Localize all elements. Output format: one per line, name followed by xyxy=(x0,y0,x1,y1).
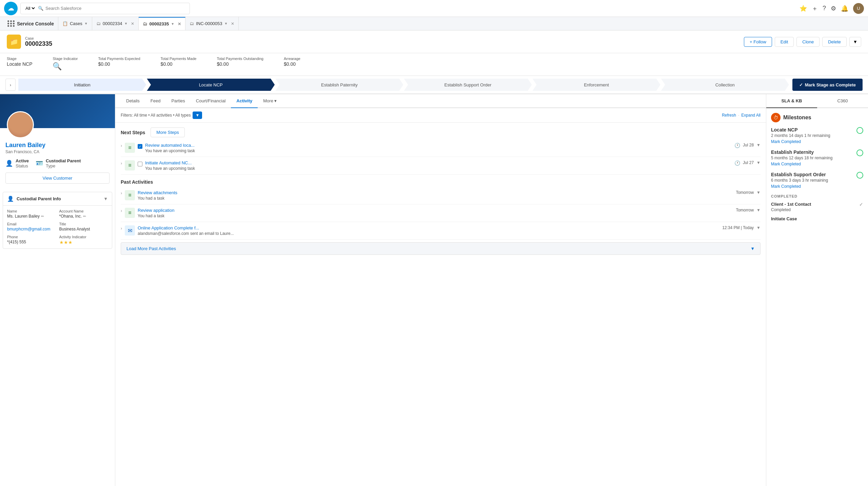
expand-icon-1[interactable]: › xyxy=(121,160,122,166)
case2335-tab-close-icon[interactable]: ✕ xyxy=(178,22,181,26)
chevron-icon-0[interactable]: ▼ xyxy=(756,143,761,147)
clone-button[interactable]: Clone xyxy=(796,37,820,47)
header-more-dropdown[interactable]: ▼ xyxy=(849,37,861,47)
follow-button[interactable]: + Follow xyxy=(744,37,772,47)
salesforce-logo[interactable]: ☁ xyxy=(4,2,18,15)
tab-case2334[interactable]: 🗂 00002334 ▼ ✕ xyxy=(92,17,139,30)
milestone-time-2: 6 months 3 days 3 hr remaining xyxy=(771,178,856,183)
milestone-time-0: 2 months 14 days 1 hr remaining xyxy=(771,133,856,138)
case2334-tab-dropdown-icon[interactable]: ▼ xyxy=(124,22,128,25)
email-value[interactable]: bmurphcrm@gmail.com xyxy=(7,227,56,231)
tab-feed[interactable]: Feed xyxy=(145,94,166,108)
past-activity-title-2[interactable]: Online Application Complete f... xyxy=(138,225,719,230)
path-step-enforcement[interactable]: Enforcement xyxy=(533,79,660,91)
expand-all-link[interactable]: Expand All xyxy=(741,113,761,118)
milestone-time-1: 5 months 12 days 18 hr remaining xyxy=(771,156,856,160)
path-step-establish-paternity[interactable]: Establish Paternity xyxy=(275,79,403,91)
right-tab-c360[interactable]: C360 xyxy=(817,94,868,108)
task-checkbox-1[interactable] xyxy=(138,162,142,166)
past-expand-icon-0[interactable]: › xyxy=(121,190,122,196)
view-customer-button[interactable]: View Customer xyxy=(5,173,110,184)
past-expand-icon-1[interactable]: › xyxy=(121,208,122,213)
chevron-icon-1[interactable]: ▼ xyxy=(756,160,761,165)
contact-name[interactable]: Lauren Bailey xyxy=(5,142,110,149)
milestones-icon: ⏱ xyxy=(771,113,781,122)
favorites-icon[interactable]: ⭐ xyxy=(800,5,807,12)
milestone-action-0[interactable]: Mark Completed xyxy=(771,139,856,144)
left-panel: Lauren Bailey San Francisco, CA 👤 Active… xyxy=(0,94,115,486)
path-step-initiation[interactable]: Initiation xyxy=(18,79,146,91)
mark-complete-button[interactable]: ✓ Mark Stage as Complete xyxy=(792,79,863,91)
case2335-tab-dropdown-icon[interactable]: ▼ xyxy=(171,22,174,26)
more-steps-button[interactable]: More Steps xyxy=(151,127,184,137)
task-icon-1: ≡ xyxy=(125,160,135,170)
edit-button[interactable]: Edit xyxy=(775,37,794,47)
past-chevron-1[interactable]: ▼ xyxy=(756,208,761,212)
account-value: *Ohana, Inc. ✏ xyxy=(59,214,108,219)
clock-icon-1[interactable]: 🕐 xyxy=(734,160,740,166)
case-icon: 📁 xyxy=(7,35,21,49)
tab-activity[interactable]: Activity xyxy=(231,94,258,108)
contact-status-item: 👤 Active Status xyxy=(5,158,29,168)
path-toggle-button[interactable]: › xyxy=(5,79,16,91)
past-chevron-0[interactable]: ▼ xyxy=(756,190,761,195)
refresh-link[interactable]: Refresh xyxy=(722,113,736,118)
name-value: Ms. Lauren Bailey ✏ xyxy=(7,214,56,219)
expand-icon-0[interactable]: › xyxy=(121,143,122,148)
main-content: Lauren Bailey San Francisco, CA 👤 Active… xyxy=(0,94,868,486)
help-icon[interactable]: ? xyxy=(823,5,826,12)
clock-icon-0[interactable]: 🕐 xyxy=(734,143,740,148)
path-step-locate-ncp[interactable]: Locate NCP xyxy=(147,79,275,91)
search-scope-select[interactable]: All xyxy=(24,5,36,11)
path-step-collection[interactable]: Collection xyxy=(661,79,789,91)
filter-button[interactable]: ▼ xyxy=(193,112,202,119)
case2334-tab-close-icon[interactable]: ✕ xyxy=(131,21,134,26)
next-step-title-0[interactable]: Review automated loca... xyxy=(145,143,732,148)
edit-name-icon[interactable]: ✏ xyxy=(41,214,44,219)
settings-icon[interactable]: ⚙ xyxy=(831,5,836,12)
inc53-tab-close-icon[interactable]: ✕ xyxy=(231,21,234,26)
email-label: Email xyxy=(7,222,56,226)
add-icon[interactable]: ＋ xyxy=(812,4,818,13)
app-launcher[interactable]: Service Console xyxy=(3,17,58,30)
person-icon: 👤 xyxy=(5,160,13,167)
search-input[interactable] xyxy=(45,6,186,11)
edit-account-icon[interactable]: ✏ xyxy=(83,214,86,219)
checkmark-icon: ✓ xyxy=(799,82,803,87)
right-tab-sla-kb[interactable]: SLA & KB xyxy=(766,94,817,108)
milestone-action-1[interactable]: Mark Completed xyxy=(771,162,856,166)
user-avatar[interactable]: U xyxy=(853,3,864,14)
past-expand-icon-2[interactable]: › xyxy=(121,225,122,231)
contact-status-value: Active xyxy=(16,158,29,163)
tab-cases[interactable]: 📋 Cases ▼ xyxy=(58,17,92,30)
tab-more[interactable]: More ▾ xyxy=(258,94,282,108)
tab-court-financial[interactable]: Court/Financial xyxy=(191,94,231,108)
past-activity-title-1[interactable]: Review application xyxy=(138,208,733,213)
milestone-item-1: Establish Paternity 5 months 12 days 18 … xyxy=(771,149,863,166)
milestone-action-2[interactable]: Mark Completed xyxy=(771,184,856,189)
path-step-establish-support-order[interactable]: Establish Support Order xyxy=(404,79,532,91)
milestone-name-1: Establish Paternity xyxy=(771,149,856,155)
cases-tab-dropdown-icon[interactable]: ▼ xyxy=(84,22,88,25)
delete-button[interactable]: Delete xyxy=(822,37,847,47)
load-more-past-activities-button[interactable]: Load More Past Activities ▼ xyxy=(121,242,761,255)
tab-parties[interactable]: Parties xyxy=(166,94,190,108)
inc53-tab-label: INC-0000053 xyxy=(196,21,222,26)
past-activity-date-1: Tomorrow xyxy=(736,208,754,212)
milestone-row-1: Establish Paternity 5 months 12 days 18 … xyxy=(771,149,863,166)
total-payments-outstanding-stat: Total Payments Outstanding $0.00 xyxy=(217,57,263,71)
case2334-tab-icon: 🗂 xyxy=(96,21,101,26)
task-checkbox-0[interactable]: ✓ xyxy=(138,144,142,149)
tab-case2335[interactable]: 🗂 00002335 ▼ ✕ xyxy=(139,17,185,30)
past-chevron-2[interactable]: ▼ xyxy=(756,225,761,230)
next-step-title-1[interactable]: Initiate Automated NC... xyxy=(145,160,732,165)
tab-inc53[interactable]: 🗂 INC-0000053 ▼ ✕ xyxy=(185,17,239,30)
inc53-tab-dropdown-icon[interactable]: ▼ xyxy=(224,22,228,25)
app-name-label: Service Console xyxy=(17,21,54,26)
notifications-icon[interactable]: 🔔 xyxy=(841,5,848,12)
past-activity-title-0[interactable]: Review attachments xyxy=(138,190,733,195)
section-toggle-icon[interactable]: ▼ xyxy=(103,196,108,201)
tab-details[interactable]: Details xyxy=(121,94,145,108)
center-tabs: Details Feed Parties Court/Financial Act… xyxy=(115,94,766,108)
top-navigation: ☁ All 🔍 ⭐ ＋ ? ⚙ 🔔 U xyxy=(0,0,868,17)
